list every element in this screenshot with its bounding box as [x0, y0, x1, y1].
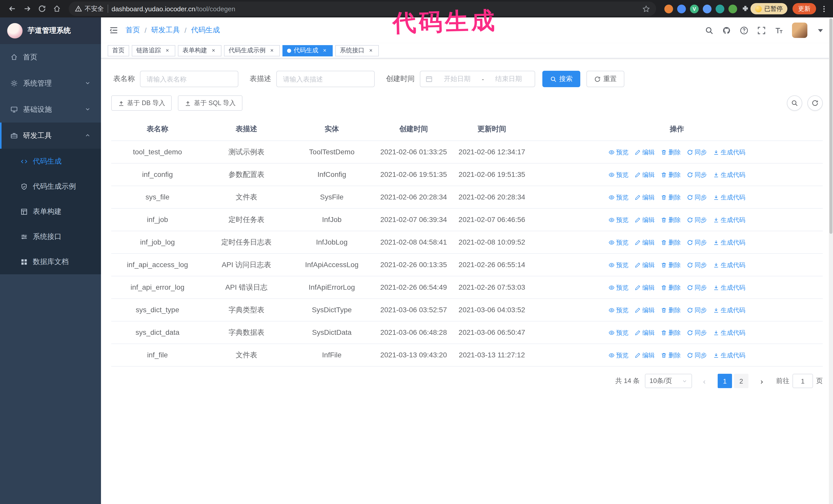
- user-menu-caret-icon[interactable]: [816, 26, 825, 34]
- goto-page-input[interactable]: [792, 374, 813, 388]
- bookmark-star-icon[interactable]: [642, 5, 650, 13]
- page-button-2[interactable]: 2: [734, 374, 748, 388]
- row-action-eye[interactable]: 预览: [609, 193, 628, 202]
- app-logo[interactable]: 芋道管理系统: [0, 18, 101, 44]
- ext-orange-icon[interactable]: [664, 4, 673, 13]
- header-search-icon[interactable]: [705, 26, 714, 34]
- row-action-download[interactable]: 生成代码: [713, 305, 745, 315]
- row-action-trash[interactable]: 删除: [661, 305, 681, 315]
- row-action-trash[interactable]: 删除: [661, 215, 681, 224]
- row-action-edit[interactable]: 编辑: [635, 238, 654, 247]
- update-button[interactable]: 更新: [792, 3, 816, 14]
- import-db-button[interactable]: 基于 DB 导入: [111, 95, 172, 111]
- row-action-refresh[interactable]: 同步: [687, 238, 707, 247]
- next-page-button[interactable]: ›: [755, 374, 769, 388]
- row-action-refresh[interactable]: 同步: [687, 170, 707, 179]
- row-action-refresh[interactable]: 同步: [687, 147, 707, 157]
- date-range-picker[interactable]: 开始日期 - 结束日期: [420, 71, 535, 87]
- row-action-refresh[interactable]: 同步: [687, 305, 707, 315]
- sidebar-item-monitor[interactable]: 基础设施: [0, 96, 101, 123]
- refresh-table-button[interactable]: [807, 95, 823, 111]
- ext-vue-icon[interactable]: V: [690, 4, 699, 13]
- row-action-eye[interactable]: 预览: [609, 260, 628, 269]
- row-action-eye[interactable]: 预览: [609, 147, 628, 157]
- row-action-edit[interactable]: 编辑: [635, 351, 654, 360]
- table-name-input[interactable]: [140, 71, 238, 87]
- row-action-eye[interactable]: 预览: [609, 305, 628, 315]
- user-avatar[interactable]: [792, 23, 807, 38]
- table-desc-input[interactable]: [276, 71, 375, 87]
- page-scrollbar[interactable]: [829, 18, 833, 504]
- row-action-edit[interactable]: 编辑: [635, 328, 654, 337]
- browser-back-button[interactable]: [5, 2, 19, 16]
- sidebar-item-home[interactable]: 首页: [0, 44, 101, 70]
- row-action-edit[interactable]: 编辑: [635, 305, 654, 315]
- tab-2[interactable]: 表单构建×: [178, 45, 221, 56]
- close-icon[interactable]: ×: [269, 47, 275, 54]
- row-action-refresh[interactable]: 同步: [687, 351, 707, 360]
- close-icon[interactable]: ×: [367, 47, 374, 54]
- row-action-download[interactable]: 生成代码: [713, 260, 745, 269]
- ext-blue-drop-icon[interactable]: [677, 4, 686, 13]
- close-icon[interactable]: ×: [322, 47, 328, 54]
- row-action-trash[interactable]: 删除: [661, 147, 681, 157]
- row-action-download[interactable]: 生成代码: [713, 328, 745, 337]
- ext-teal-icon[interactable]: [716, 4, 724, 13]
- row-action-eye[interactable]: 预览: [609, 170, 628, 179]
- reset-button[interactable]: 重置: [587, 71, 624, 87]
- row-action-download[interactable]: 生成代码: [713, 170, 745, 179]
- browser-reload-button[interactable]: [35, 2, 49, 16]
- row-action-edit[interactable]: 编辑: [635, 283, 654, 292]
- row-action-edit[interactable]: 编辑: [635, 260, 654, 269]
- import-sql-button[interactable]: 基于 SQL 导入: [178, 95, 242, 111]
- row-action-trash[interactable]: 删除: [661, 283, 681, 292]
- row-action-trash[interactable]: 删除: [661, 260, 681, 269]
- row-action-refresh[interactable]: 同步: [687, 328, 707, 337]
- fullscreen-icon[interactable]: [757, 26, 766, 34]
- ext-grid-icon[interactable]: [703, 4, 712, 13]
- row-action-eye[interactable]: 预览: [609, 283, 628, 292]
- row-action-trash[interactable]: 删除: [661, 328, 681, 337]
- sidebar-subitem-grid[interactable]: 数据库文档: [0, 249, 101, 274]
- close-icon[interactable]: ×: [210, 47, 217, 54]
- row-action-download[interactable]: 生成代码: [713, 147, 745, 157]
- collapse-sidebar-icon[interactable]: [109, 26, 118, 35]
- help-icon[interactable]: [740, 26, 748, 34]
- sidebar-subitem-api[interactable]: 系统接口: [0, 224, 101, 249]
- row-action-download[interactable]: 生成代码: [713, 238, 745, 247]
- search-button[interactable]: 搜索: [542, 71, 580, 87]
- row-action-edit[interactable]: 编辑: [635, 170, 654, 179]
- font-size-icon[interactable]: [775, 26, 783, 34]
- row-action-trash[interactable]: 删除: [661, 351, 681, 360]
- address-bar[interactable]: 不安全 dashboard.yudao.iocoder.cn/tool/code…: [69, 2, 656, 16]
- security-chip[interactable]: 不安全: [75, 4, 104, 13]
- breadcrumb-devtools[interactable]: 研发工具: [151, 26, 180, 35]
- tab-1[interactable]: 链路追踪×: [132, 45, 175, 56]
- paused-badge[interactable]: 已暂停: [751, 3, 787, 14]
- row-action-download[interactable]: 生成代码: [713, 351, 745, 360]
- prev-page-button[interactable]: ‹: [697, 374, 712, 388]
- row-action-eye[interactable]: 预览: [609, 351, 628, 360]
- row-action-download[interactable]: 生成代码: [713, 215, 745, 224]
- sidebar-item-gear[interactable]: 系统管理: [0, 70, 101, 96]
- sidebar-subitem-code[interactable]: 代码生成: [0, 149, 101, 174]
- row-action-refresh[interactable]: 同步: [687, 260, 707, 269]
- sidebar-item-tools[interactable]: 研发工具: [0, 123, 101, 149]
- browser-menu-icon[interactable]: [820, 5, 828, 13]
- row-action-eye[interactable]: 预览: [609, 328, 628, 337]
- row-action-trash[interactable]: 删除: [661, 193, 681, 202]
- row-action-trash[interactable]: 删除: [661, 238, 681, 247]
- sidebar-subitem-form[interactable]: 表单构建: [0, 199, 101, 224]
- row-action-refresh[interactable]: 同步: [687, 193, 707, 202]
- page-size-select[interactable]: 10条/页: [645, 374, 692, 388]
- close-icon[interactable]: ×: [164, 47, 171, 54]
- row-action-eye[interactable]: 预览: [609, 238, 628, 247]
- tab-4[interactable]: 代码生成×: [282, 45, 333, 56]
- tab-0[interactable]: 首页: [108, 45, 129, 56]
- row-action-eye[interactable]: 预览: [609, 215, 628, 224]
- breadcrumb-codegen[interactable]: 代码生成: [191, 26, 220, 35]
- row-action-download[interactable]: 生成代码: [713, 193, 745, 202]
- tab-5[interactable]: 系统接口×: [335, 45, 379, 56]
- breadcrumb-home[interactable]: 首页: [125, 26, 140, 35]
- scrollbar-thumb[interactable]: [829, 19, 832, 234]
